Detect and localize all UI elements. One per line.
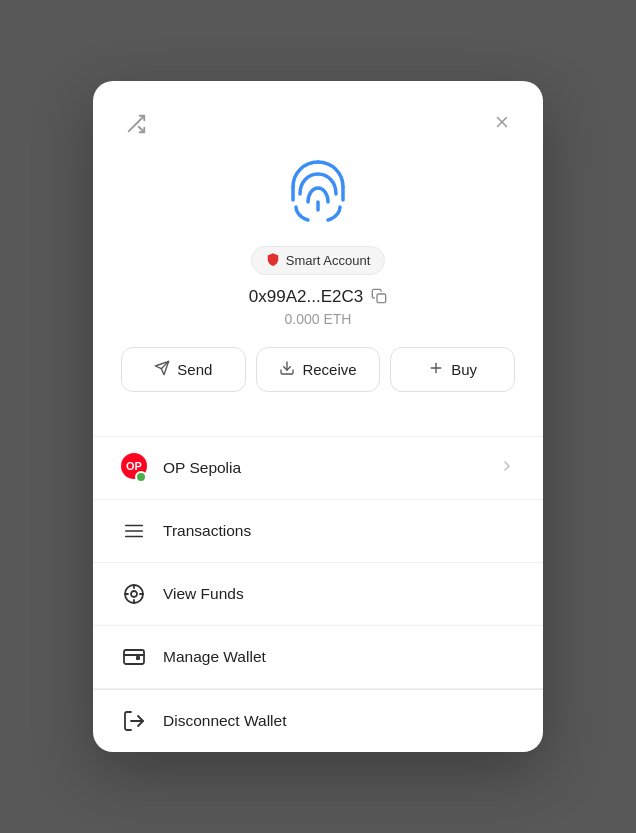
svg-rect-20 <box>136 656 140 660</box>
wallet-modal: Smart Account 0x99A2...E2C3 0.000 ETH <box>93 81 543 752</box>
menu-item-manage-wallet[interactable]: Manage Wallet <box>93 626 543 689</box>
modal-header <box>121 109 515 144</box>
disconnect-label: Disconnect Wallet <box>163 712 515 730</box>
buy-button[interactable]: Buy <box>390 347 515 392</box>
modal-center: Smart Account 0x99A2...E2C3 0.000 ETH <box>121 152 515 416</box>
op-sepolia-label: OP Sepolia <box>163 459 483 477</box>
svg-point-14 <box>131 591 137 597</box>
eth-balance: 0.000 ETH <box>285 311 352 327</box>
fingerprint-icon <box>278 152 358 232</box>
buy-label: Buy <box>451 361 477 378</box>
action-buttons: Send Receive <box>121 347 515 392</box>
disconnect-icon <box>121 708 147 734</box>
close-icon[interactable] <box>489 109 515 140</box>
copy-icon[interactable] <box>371 288 387 307</box>
svg-rect-19 <box>124 650 144 664</box>
menu-item-transactions[interactable]: Transactions <box>93 500 543 563</box>
menu-item-op-sepolia[interactable]: OP OP Sepolia <box>93 437 543 500</box>
menu-list: OP OP Sepolia Transactions <box>93 436 543 752</box>
op-status-dot <box>135 471 147 483</box>
wallet-address-row: 0x99A2...E2C3 <box>249 287 387 307</box>
svg-rect-4 <box>377 294 386 303</box>
smart-account-badge: Smart Account <box>251 246 386 275</box>
send-button[interactable]: Send <box>121 347 246 392</box>
menu-item-disconnect[interactable]: Disconnect Wallet <box>93 689 543 752</box>
transactions-icon <box>121 518 147 544</box>
op-sepolia-icon: OP <box>121 455 147 481</box>
receive-label: Receive <box>302 361 356 378</box>
buy-icon <box>428 360 444 379</box>
chevron-right-icon <box>499 458 515 478</box>
receive-button[interactable]: Receive <box>256 347 381 392</box>
shuffle-icon[interactable] <box>121 109 151 144</box>
view-funds-icon <box>121 581 147 607</box>
send-icon <box>154 360 170 379</box>
receive-icon <box>279 360 295 379</box>
shield-icon <box>266 252 280 269</box>
menu-item-view-funds[interactable]: View Funds <box>93 563 543 626</box>
manage-wallet-label: Manage Wallet <box>163 648 515 666</box>
transactions-label: Transactions <box>163 522 515 540</box>
view-funds-label: View Funds <box>163 585 515 603</box>
wallet-address-text: 0x99A2...E2C3 <box>249 287 363 307</box>
smart-account-label: Smart Account <box>286 253 371 268</box>
manage-wallet-icon <box>121 644 147 670</box>
send-label: Send <box>177 361 212 378</box>
